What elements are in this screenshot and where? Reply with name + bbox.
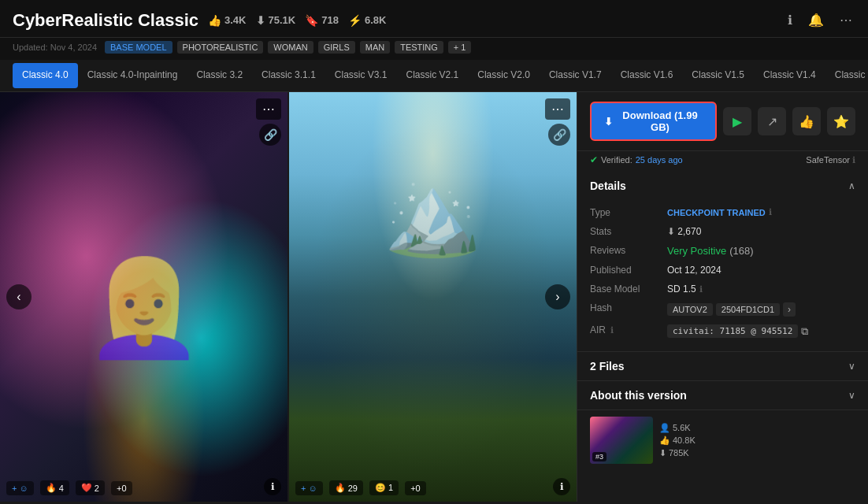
air-copy-btn[interactable]: ⧉ <box>801 325 808 338</box>
notifications-button[interactable]: 🔔 <box>805 9 827 31</box>
tab-classic-v15[interactable]: Classic V1.5 <box>682 63 754 88</box>
type-info-icon[interactable]: ℹ <box>769 207 772 217</box>
about-section: About this version ∨ <box>577 381 868 410</box>
plus-count-2: +0 <box>410 484 421 493</box>
download-label: Download (1.99 GB) <box>618 109 703 133</box>
gallery-add-btn-2[interactable]: + ☺ <box>295 481 323 495</box>
gallery-item-1: ⋯ 🔗 ‹ + ☺ 🔥 4 ❤️ 2 +0 ℹ <box>0 92 287 502</box>
stat-likes: 👍 3.4K <box>208 14 246 27</box>
gallery-info-btn-1[interactable]: ℹ <box>264 478 281 495</box>
stats-value: ⬇ 2,670 <box>667 226 855 237</box>
detail-row-basemodel: Base Model SD 1.5 ℹ <box>590 280 855 298</box>
detail-table: Type CHECKPOINT TRAINED ℹ Stats ⬇ 2,670 … <box>577 200 868 351</box>
tag-more[interactable]: + 1 <box>448 41 472 54</box>
gallery-menu-btn-2[interactable]: ⋯ <box>545 98 570 120</box>
preview-thumb[interactable]: #3 <box>590 417 653 464</box>
info-button[interactable]: ℹ <box>785 9 796 31</box>
tabs-bar: Classic 4.0 Classic 4.0-Inpainting Class… <box>0 60 868 92</box>
tag-base-model[interactable]: BASE MODEL <box>105 41 172 54</box>
gallery-plus-btn-2[interactable]: +0 <box>405 481 426 495</box>
updated-label: Updated: Nov 4, 2024 <box>13 43 97 52</box>
gallery-fire-btn-1[interactable]: 🔥 4 <box>40 480 69 495</box>
downloads-icon: ⬇ <box>659 448 666 458</box>
more-menu-button[interactable]: ⋯ <box>836 9 855 31</box>
tab-classic-v31[interactable]: Classic V3.1 <box>325 63 397 88</box>
thumb-likes: 👍 40.8K <box>659 435 696 446</box>
tab-classic-v14[interactable]: Classic V1.4 <box>754 63 825 88</box>
tab-classic-32[interactable]: Classic 3.2 <box>187 63 252 88</box>
thumb-stats: 👤 5.6K 👍 40.8K ⬇ 785K <box>659 423 696 458</box>
safetensor-info-icon[interactable]: ℹ <box>852 155 855 165</box>
gallery-smile-btn-2[interactable]: 😊 1 <box>369 480 399 495</box>
tab-classic-40-inpainting[interactable]: Classic 4.0-Inpainting <box>78 63 187 88</box>
tab-classic-311[interactable]: Classic 3.1.1 <box>252 63 325 88</box>
tab-classic-v16[interactable]: Classic V1.6 <box>611 63 683 88</box>
gallery-plus-btn-1[interactable]: +0 <box>111 481 132 495</box>
header-stats: 👍 3.4K ⬇ 75.1K 🔖 718 ⚡ 6.8K <box>208 14 386 27</box>
details-title: Details <box>590 180 626 192</box>
tag-testing[interactable]: TESTING <box>395 41 443 54</box>
gallery-prev-btn[interactable]: ‹ <box>6 284 32 309</box>
verified-text: Verified: <box>601 155 632 165</box>
gallery-add-btn-1[interactable]: + ☺ <box>6 481 34 495</box>
safetensor-label: SafeTensor ℹ <box>806 155 855 165</box>
main-content: ⋯ 🔗 ‹ + ☺ 🔥 4 ❤️ 2 +0 ℹ ⋯ 🔗 › + ☺ 🔥 29 😊… <box>0 92 868 502</box>
star-button[interactable]: ⭐ <box>827 107 855 135</box>
details-section-header[interactable]: Details ∧ <box>577 172 868 200</box>
tag-photorealistic[interactable]: PHOTOREALISTIC <box>177 41 264 54</box>
hash-arrow-btn[interactable]: › <box>783 302 796 317</box>
air-info-icon[interactable]: ℹ <box>610 325 614 335</box>
gallery-menu-btn-1[interactable]: ⋯ <box>256 98 281 120</box>
bottom-preview: #3 👤 5.6K 👍 40.8K ⬇ 785K <box>577 410 868 470</box>
download-button[interactable]: ⬇ Download (1.99 GB) <box>590 102 717 141</box>
about-chevron-icon: ∨ <box>848 390 855 401</box>
files-section-header[interactable]: 2 Files ∨ <box>577 352 868 380</box>
stats-label: Stats <box>590 226 661 237</box>
detail-row-hash: Hash AUTOV2 2504FD1CD1 › <box>590 298 855 321</box>
followers-icon: 👤 <box>659 423 670 433</box>
gallery-info-btn-2[interactable]: ℹ <box>553 478 570 495</box>
reviews-value: Very Positive (168) <box>667 245 754 257</box>
header-left: CyberRealistic Classic 👍 3.4K ⬇ 75.1K 🔖 … <box>13 10 386 31</box>
gallery-link-btn-2[interactable]: 🔗 <box>548 124 570 146</box>
tab-classic-v20[interactable]: Classic V2.0 <box>468 63 540 88</box>
files-title: 2 Files <box>590 360 625 372</box>
play-button[interactable]: ▶ <box>723 107 751 135</box>
detail-row-type: Type CHECKPOINT TRAINED ℹ <box>590 203 855 222</box>
tag-man[interactable]: MAN <box>360 41 390 54</box>
tag-girls[interactable]: GIRLS <box>318 41 355 54</box>
header-title: CyberRealistic Classic 👍 3.4K ⬇ 75.1K 🔖 … <box>13 10 386 31</box>
tab-classic-v21[interactable]: Classic V2.1 <box>397 63 469 88</box>
download-icon: ⬇ <box>256 14 265 27</box>
gallery: ⋯ 🔗 ‹ + ☺ 🔥 4 ❤️ 2 +0 ℹ ⋯ 🔗 › + ☺ 🔥 29 😊… <box>0 92 577 502</box>
tab-classic-v17[interactable]: Classic V1.7 <box>540 63 611 88</box>
files-chevron-icon: ∨ <box>848 361 855 372</box>
heart-count-1: 2 <box>95 484 99 493</box>
share-button[interactable]: ↗ <box>758 107 786 135</box>
likes-count: 40.8K <box>673 435 696 445</box>
reviews-count: (168) <box>729 245 753 257</box>
tag-woman[interactable]: WOMAN <box>268 41 313 54</box>
gallery-next-btn[interactable]: › <box>545 284 570 309</box>
hash-code: 2504FD1CD1 <box>716 303 780 316</box>
details-section: Details ∧ Type CHECKPOINT TRAINED ℹ Stat… <box>577 172 868 352</box>
bolt-icon: ⚡ <box>348 14 362 27</box>
basemodel-info-icon[interactable]: ℹ <box>699 284 703 295</box>
about-section-header[interactable]: About this version ∨ <box>577 381 868 410</box>
published-value: Oct 12, 2024 <box>667 265 855 276</box>
gallery-heart-btn-1[interactable]: ❤️ 2 <box>76 480 105 495</box>
air-label: AIR ℹ <box>590 324 661 335</box>
tab-classic-40[interactable]: Classic 4.0 <box>13 63 78 88</box>
followers-count: 5.6K <box>673 423 691 432</box>
like-button[interactable]: 👍 <box>792 107 821 135</box>
details-panel: ⬇ Download (1.99 GB) ▶ ↗ 👍 ⭐ ✔ Verified:… <box>577 92 868 502</box>
reviews-positive[interactable]: Very Positive <box>667 245 726 257</box>
gallery-fire-btn-2[interactable]: 🔥 29 <box>329 480 363 495</box>
tab-classic-v13[interactable]: Classic v1.3 <box>825 63 868 88</box>
bookmarks-count: 718 <box>321 14 339 26</box>
tags-bar: Updated: Nov 4, 2024 BASE MODEL PHOTOREA… <box>0 38 868 60</box>
verified-dot: ✔ <box>590 154 598 165</box>
verified-time[interactable]: 25 days ago <box>636 155 683 165</box>
gallery-link-btn-1[interactable]: 🔗 <box>259 124 281 146</box>
gallery-bottom-actions-1: + ☺ 🔥 4 ❤️ 2 +0 <box>6 480 132 495</box>
